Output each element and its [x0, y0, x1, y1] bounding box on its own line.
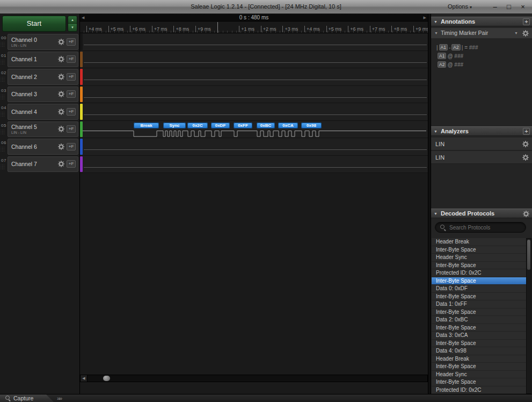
- timing-marker-pair-row[interactable]: ▼ Timing Marker Pair ▼: [431, 28, 532, 39]
- options-menu-button[interactable]: Options▾: [448, 3, 472, 10]
- drag-handle-icon[interactable]: ∷∷∷∷: [1, 130, 5, 135]
- decoded-protocols-gear-icon[interactable]: [522, 210, 530, 218]
- drag-handle-icon[interactable]: ∷∷∷∷: [1, 147, 5, 152]
- start-capture-button[interactable]: Start: [2, 16, 66, 32]
- collapse-triangle-icon[interactable]: ▼: [434, 28, 438, 38]
- waveform-area[interactable]: ◀ 0 s : 480 ms ▶ +4 ms+5 ms+6 ms+7 ms+8 …: [79, 14, 428, 394]
- protocol-list-item[interactable]: Data 1: 0xFF: [432, 300, 526, 308]
- analyzers-header[interactable]: ▼ Analyzers +: [431, 126, 532, 136]
- channel-settings-gear-icon[interactable]: [57, 108, 65, 116]
- channel-trigger-button[interactable]: +F: [67, 108, 76, 116]
- decode-bubble[interactable]: 0xFF: [234, 123, 252, 128]
- decode-bubble[interactable]: 0x98: [301, 123, 322, 128]
- protocol-list-item[interactable]: Inter-Byte Space: [432, 293, 526, 301]
- protocol-list-item[interactable]: Data 2: 0xBC: [432, 316, 526, 324]
- protocol-list-item[interactable]: Data 4: 0x98: [432, 347, 526, 355]
- analyzer-row[interactable]: LIN: [431, 151, 532, 164]
- spinner-up-icon[interactable]: ▲: [68, 16, 77, 24]
- horizontal-scrollbar-thumb[interactable]: [103, 376, 110, 381]
- drag-handle-icon[interactable]: ∷∷∷∷: [1, 95, 5, 100]
- collapse-triangle-icon[interactable]: ▼: [434, 127, 438, 136]
- waveform-row[interactable]: [80, 103, 428, 121]
- marker-settings-gear-icon[interactable]: [522, 30, 529, 37]
- channel-settings-gear-icon[interactable]: [57, 143, 65, 150]
- channel-card[interactable]: Channel 0LIN - LIN+F: [8, 34, 78, 50]
- channel-settings-gear-icon[interactable]: [57, 160, 65, 168]
- minimize-button[interactable]: –: [488, 2, 502, 12]
- channel-settings-gear-icon[interactable]: [57, 38, 65, 46]
- channel-trigger-button[interactable]: +F: [67, 90, 76, 98]
- protocol-list-item[interactable]: Inter-Byte Space: [432, 340, 526, 348]
- analyzer-settings-gear-icon[interactable]: [522, 154, 529, 161]
- protocol-list-item[interactable]: Header Break: [432, 238, 526, 246]
- protocol-list-item[interactable]: Header Sync: [432, 254, 526, 262]
- waveform-row[interactable]: [80, 138, 428, 156]
- add-annotation-button[interactable]: +: [523, 18, 530, 25]
- waveform-row[interactable]: BreakSync0x2C0xDF0xFF0xBC0xCA0x98: [80, 121, 428, 139]
- maximize-button[interactable]: □: [502, 2, 516, 12]
- protocol-list-item[interactable]: Header Break: [432, 355, 526, 363]
- drag-handle-icon[interactable]: ∷∷∷∷: [1, 112, 5, 117]
- protocol-list-item[interactable]: Inter-Byte Space: [432, 363, 526, 371]
- drag-handle-icon[interactable]: ∷∷∷∷: [1, 60, 5, 65]
- protocol-list-item[interactable]: Inter-Byte Space: [432, 378, 526, 386]
- channel-card[interactable]: Channel 7+F: [8, 156, 78, 173]
- waveform-row[interactable]: [80, 86, 428, 104]
- channel-card[interactable]: Channel 1+F: [8, 52, 78, 68]
- decode-bubble[interactable]: 0xBC: [257, 123, 275, 128]
- channel-card[interactable]: Channel 6+F: [8, 139, 78, 155]
- channel-settings-gear-icon[interactable]: [57, 125, 65, 133]
- decoded-protocols-header[interactable]: ▼ Decoded Protocols: [431, 209, 532, 218]
- protocol-list-item[interactable]: Protected ID: 0x2C: [432, 269, 526, 277]
- add-analyzer-button[interactable]: +: [523, 128, 530, 135]
- waveform-row[interactable]: [80, 156, 428, 174]
- annotations-header[interactable]: ▼ Annotations +: [431, 17, 532, 26]
- channel-settings-gear-icon[interactable]: [57, 55, 65, 63]
- channel-trigger-button[interactable]: +F: [67, 55, 76, 63]
- expand-chevrons-icon[interactable]: »»: [57, 394, 61, 402]
- channel-trigger-button[interactable]: +F: [67, 38, 76, 46]
- protocols-scrollbar-thumb[interactable]: [527, 240, 530, 270]
- collapse-triangle-icon[interactable]: ▼: [434, 17, 438, 26]
- drag-handle-icon[interactable]: ∷∷∷∷: [1, 42, 5, 47]
- channel-card[interactable]: Channel 5LIN - LIN+F: [8, 121, 78, 138]
- decode-bubble[interactable]: 0xDF: [211, 123, 230, 128]
- spinner-down-icon[interactable]: ▼: [68, 24, 77, 31]
- decode-bubble[interactable]: Sync: [163, 123, 186, 128]
- close-button[interactable]: ×: [516, 2, 530, 12]
- analyzer-settings-gear-icon[interactable]: [522, 140, 529, 148]
- drag-handle-icon[interactable]: ∷∷∷∷: [1, 164, 5, 170]
- marker-dropdown-icon[interactable]: ▼: [514, 28, 518, 38]
- protocol-search-input[interactable]: [449, 224, 521, 231]
- horizontal-scrollbar[interactable]: ◀: [80, 375, 428, 382]
- protocol-list-item[interactable]: Data 3: 0xCA: [432, 332, 526, 340]
- timeline-major-bar[interactable]: ◀ 0 s : 480 ms ▶: [80, 14, 428, 21]
- channel-trigger-button[interactable]: +F: [67, 143, 76, 150]
- protocol-list-item[interactable]: Header Sync: [432, 371, 526, 379]
- waveform-row[interactable]: [80, 68, 428, 86]
- channel-settings-gear-icon[interactable]: [57, 90, 65, 98]
- decode-bubble[interactable]: 0x2C: [187, 123, 208, 128]
- protocol-list-item[interactable]: Inter-Byte Space: [432, 308, 526, 317]
- protocol-search-box[interactable]: [435, 222, 526, 233]
- channel-trigger-button[interactable]: +F: [67, 73, 76, 81]
- capture-tab[interactable]: Capture: [0, 394, 54, 402]
- protocols-scrollbar[interactable]: [526, 238, 531, 394]
- protocol-list-item[interactable]: Inter-Byte Space: [432, 277, 526, 285]
- analyzer-row[interactable]: LIN: [431, 138, 532, 150]
- protocol-list-item[interactable]: Inter-Byte Space: [432, 324, 526, 332]
- timeline-ruler[interactable]: +4 ms+5 ms+6 ms+7 ms+8 ms+9 ms+1 ms+2 ms…: [80, 21, 428, 33]
- protocol-list-item[interactable]: Inter-Byte Space: [432, 246, 526, 254]
- channel-trigger-button[interactable]: +F: [67, 160, 76, 168]
- waveform-row[interactable]: [80, 51, 428, 69]
- waveform-row[interactable]: [80, 33, 428, 51]
- decode-bubble[interactable]: 0xCA: [278, 123, 298, 128]
- channel-trigger-button[interactable]: +F: [67, 125, 76, 133]
- drag-handle-icon[interactable]: ∷∷∷∷: [1, 77, 5, 82]
- collapse-triangle-icon[interactable]: ▼: [434, 209, 438, 218]
- channel-card[interactable]: Channel 3+F: [8, 87, 78, 103]
- protocol-list-item[interactable]: Inter-Byte Space: [432, 262, 526, 270]
- scroll-left-icon[interactable]: ◀: [81, 375, 88, 382]
- decode-bubble[interactable]: Break: [134, 123, 159, 128]
- protocol-list-item[interactable]: Data 0: 0xDF: [432, 285, 526, 293]
